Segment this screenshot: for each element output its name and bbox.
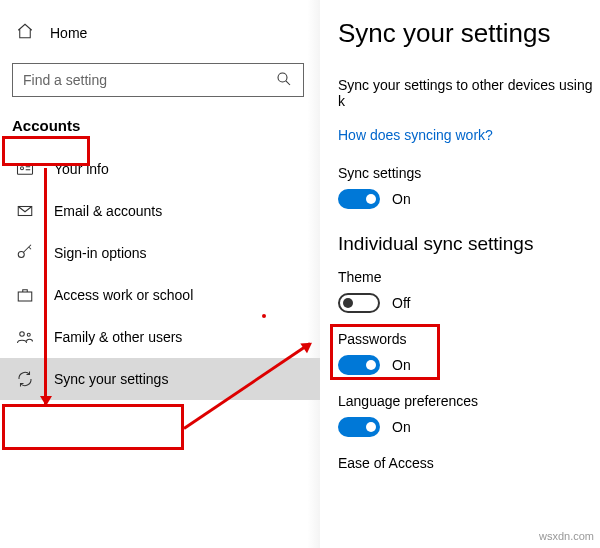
- nav-home-label: Home: [50, 25, 87, 41]
- id-card-icon: [16, 160, 34, 178]
- language-block: Language preferences On: [338, 393, 600, 437]
- mail-icon: [16, 202, 34, 220]
- search-box[interactable]: [12, 63, 304, 97]
- passwords-label: Passwords: [338, 331, 600, 347]
- key-icon: [16, 244, 34, 262]
- sidebar-item-access-work-school[interactable]: Access work or school: [0, 274, 320, 316]
- sidebar-item-label: Sign-in options: [54, 245, 147, 261]
- theme-toggle[interactable]: [338, 293, 380, 313]
- sidebar-item-family-users[interactable]: Family & other users: [0, 316, 320, 358]
- people-icon: [16, 328, 34, 346]
- sync-settings-label: Sync settings: [338, 165, 600, 181]
- passwords-state: On: [392, 357, 411, 373]
- sidebar-item-sync-settings[interactable]: Sync your settings: [0, 358, 320, 400]
- ease-of-access-block: Ease of Access: [338, 455, 600, 471]
- passwords-toggle[interactable]: [338, 355, 380, 375]
- search-input[interactable]: [23, 72, 275, 88]
- theme-block: Theme Off: [338, 269, 600, 313]
- svg-point-7: [18, 252, 24, 258]
- help-link[interactable]: How does syncing work?: [338, 127, 493, 143]
- briefcase-icon: [16, 286, 34, 304]
- sync-icon: [16, 370, 34, 388]
- sidebar-category: Accounts: [12, 117, 320, 134]
- sidebar-item-label: Sync your settings: [54, 371, 168, 387]
- home-icon: [16, 22, 34, 43]
- language-label: Language preferences: [338, 393, 600, 409]
- theme-label: Theme: [338, 269, 600, 285]
- settings-sidebar: Home Accounts Your info Email & accounts: [0, 0, 320, 548]
- search-icon: [275, 70, 293, 91]
- svg-rect-2: [18, 164, 33, 175]
- sync-description: Sync your settings to other devices usin…: [338, 77, 600, 109]
- sync-settings-toggle[interactable]: [338, 189, 380, 209]
- svg-point-3: [21, 167, 24, 170]
- watermark: wsxdn.com: [539, 530, 594, 542]
- page-title: Sync your settings: [338, 18, 600, 49]
- sync-settings-block: Sync settings On: [338, 165, 600, 209]
- theme-state: Off: [392, 295, 410, 311]
- sidebar-item-email-accounts[interactable]: Email & accounts: [0, 190, 320, 232]
- individual-sync-heading: Individual sync settings: [338, 233, 600, 255]
- svg-point-10: [27, 333, 30, 336]
- passwords-block: Passwords On: [338, 331, 600, 375]
- svg-point-9: [20, 332, 25, 337]
- sidebar-item-label: Access work or school: [54, 287, 193, 303]
- ease-of-access-label: Ease of Access: [338, 455, 600, 471]
- sidebar-item-signin-options[interactable]: Sign-in options: [0, 232, 320, 274]
- svg-rect-8: [18, 292, 32, 301]
- svg-line-1: [286, 80, 290, 84]
- language-toggle[interactable]: [338, 417, 380, 437]
- settings-content: Sync your settings Sync your settings to…: [320, 0, 600, 548]
- nav-home[interactable]: Home: [0, 16, 320, 49]
- sidebar-item-your-info[interactable]: Your info: [0, 148, 320, 190]
- sidebar-item-label: Family & other users: [54, 329, 182, 345]
- sidebar-item-label: Email & accounts: [54, 203, 162, 219]
- sync-settings-state: On: [392, 191, 411, 207]
- language-state: On: [392, 419, 411, 435]
- svg-point-0: [278, 73, 287, 82]
- sidebar-nav: Your info Email & accounts Sign-in optio…: [0, 148, 320, 400]
- sidebar-item-label: Your info: [54, 161, 109, 177]
